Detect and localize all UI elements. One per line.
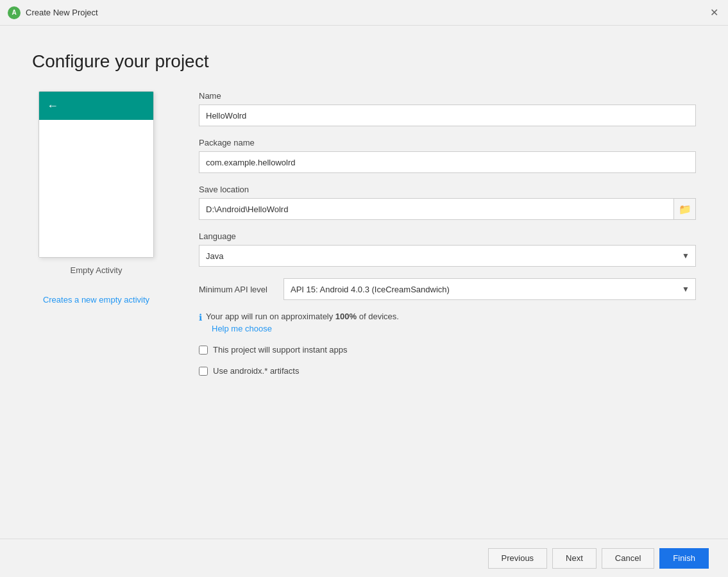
main-area: ← Empty Activity Creates a new empty act… (32, 91, 696, 526)
phone-preview: ← (38, 91, 154, 258)
save-location-wrapper: 📁 (199, 198, 696, 220)
folder-icon: 📁 (679, 203, 691, 215)
phone-header: ← (39, 92, 153, 120)
min-api-row: Minimum API level API 15: Android 4.0.3 … (199, 278, 696, 300)
finish-button[interactable]: Finish (659, 548, 709, 569)
package-name-label: Package name (199, 138, 696, 147)
language-label: Language (199, 231, 696, 241)
save-location-label: Save location (199, 185, 696, 194)
instant-apps-checkbox[interactable] (199, 346, 208, 355)
page-title: Configure your project (32, 51, 696, 72)
footer: Previous Next Cancel Finish (0, 539, 728, 577)
name-group: Name (199, 91, 696, 126)
previous-button[interactable]: Previous (488, 548, 548, 569)
phone-body (39, 120, 153, 257)
androidx-row: Use androidx.* artifacts (199, 366, 696, 376)
title-bar: A Create New Project ✕ (0, 0, 728, 26)
next-button[interactable]: Next (552, 548, 597, 569)
language-select-wrapper: Java Kotlin ▼ (199, 245, 696, 267)
language-select[interactable]: Java Kotlin (199, 245, 696, 267)
package-name-input[interactable] (199, 151, 696, 173)
min-api-select[interactable]: API 15: Android 4.0.3 (IceCreamSandwich)… (284, 278, 696, 300)
min-api-select-wrapper: API 15: Android 4.0.3 (IceCreamSandwich)… (284, 278, 696, 300)
androidx-checkbox[interactable] (199, 367, 208, 376)
preview-panel: ← Empty Activity Creates a new empty act… (32, 91, 160, 526)
package-name-group: Package name (199, 138, 696, 173)
androidx-label: Use androidx.* artifacts (213, 366, 299, 376)
instant-apps-row: This project will support instant apps (199, 345, 696, 355)
info-icon: ℹ (199, 312, 202, 322)
cancel-button[interactable]: Cancel (602, 548, 654, 569)
app-icon: A (8, 6, 21, 19)
min-api-label: Minimum API level (199, 285, 276, 294)
back-arrow-icon: ← (47, 99, 58, 113)
window: A Create New Project ✕ Configure your pr… (0, 0, 728, 577)
instant-apps-label: This project will support instant apps (213, 345, 348, 355)
content-area: Configure your project ← Empty Activity … (0, 26, 728, 539)
title-bar-left: A Create New Project (8, 6, 98, 19)
name-input[interactable] (199, 105, 696, 126)
form-panel: Name Package name Save location 📁 (199, 91, 696, 526)
preview-description: Creates a new empty activity (43, 294, 149, 306)
language-group: Language Java Kotlin ▼ (199, 231, 696, 267)
preview-label: Empty Activity (71, 265, 123, 275)
device-coverage-text: Your app will run on approximately 100% … (206, 312, 399, 321)
close-button[interactable]: ✕ (707, 6, 720, 19)
save-location-group: Save location 📁 (199, 185, 696, 220)
device-coverage-section: ℹ Your app will run on approximately 100… (199, 312, 696, 333)
browse-folder-button[interactable]: 📁 (674, 198, 696, 220)
name-label: Name (199, 91, 696, 101)
help-me-choose-link[interactable]: Help me choose (212, 324, 696, 333)
save-location-input[interactable] (199, 198, 674, 220)
device-coverage-row: ℹ Your app will run on approximately 100… (199, 312, 696, 322)
window-title: Create New Project (26, 8, 98, 17)
